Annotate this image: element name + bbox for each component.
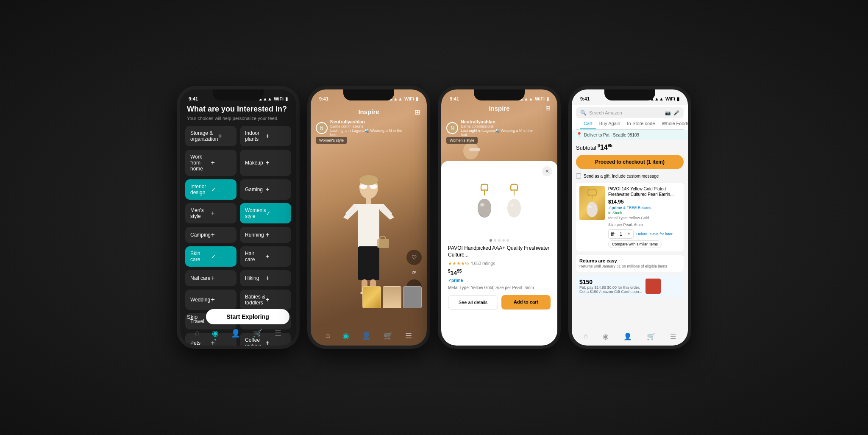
plus-icon: + (211, 231, 232, 239)
interest-camping[interactable]: Camping + (185, 227, 236, 243)
save-for-later-button[interactable]: Save for later (650, 232, 673, 236)
deliver-banner: 📍 Deliver to Pat · Seattle 98109 (572, 130, 688, 140)
start-exploring-button[interactable]: Start Exploring (206, 309, 289, 324)
nav-menu[interactable]: ☰ (275, 329, 281, 340)
nav-inspire[interactable]: ◉ (212, 329, 219, 340)
interests-subtitle: Your choices will help personalize your … (180, 116, 296, 126)
tab-in-store[interactable]: In-Store code (623, 118, 658, 129)
gift-row: Send as a gift. Include custom message (576, 173, 684, 178)
interest-label: Babies & toddlers (245, 294, 266, 306)
interest-womens-style[interactable]: Women's style ✓ (240, 203, 291, 223)
nav-inspire-2[interactable]: ◉ (342, 331, 349, 340)
nav-home-4[interactable]: ⌂ (584, 332, 588, 340)
in-stock: In Stock (608, 211, 680, 215)
plus-icon: + (266, 186, 287, 193)
phone-4-cart: 9:41 ▲▲▲ WiFi ▮ 🔍 Search Amazon 📷 🎤 (568, 86, 691, 349)
interest-label: Pets (190, 340, 211, 346)
interest-label: Indoor plants (245, 130, 266, 142)
grid-icon[interactable]: ⊞ (415, 108, 420, 116)
gift-label: Send as a gift. Include custom message (584, 174, 659, 178)
product-price: $1495 (448, 269, 551, 276)
add-to-cart-button[interactable]: Add to cart (501, 295, 551, 310)
interest-storage[interactable]: Storage & organization + (185, 126, 236, 146)
interest-hair-care[interactable]: Hair care + (240, 246, 291, 267)
phone3-user: N Neutrallyashlan Earns commissions Last… (446, 119, 537, 137)
proceed-to-checkout-button[interactable]: Proceed to checkout (1 item) (576, 155, 684, 169)
svg-rect-11 (377, 239, 389, 248)
nav-profile[interactable]: 👤 (231, 329, 240, 340)
tab-buy-again[interactable]: Buy Again (596, 118, 624, 129)
womens-style-badge[interactable]: Women's style (316, 137, 347, 144)
interest-label: Storage & organization (190, 130, 218, 142)
interest-wedding[interactable]: Wedding + (185, 290, 236, 310)
nav-profile-2[interactable]: 👤 (362, 331, 371, 340)
thumb-extra[interactable] (403, 286, 422, 308)
dot-1 (490, 239, 492, 242)
signal-icon-1: ▲▲▲ (258, 96, 272, 101)
nav-inspire-4[interactable]: ◉ (603, 332, 609, 340)
thumb-earring[interactable] (362, 286, 381, 308)
commission-3: Earns commissions (461, 124, 537, 128)
status-bar-1: 9:41 ▲▲▲ WiFi ▮ (180, 89, 296, 105)
product-images (448, 168, 551, 236)
interest-babies-toddlers[interactable]: Babies & toddlers + (240, 290, 291, 310)
compare-button[interactable]: Compare with similar items (608, 240, 662, 248)
quantity-value: 1 (618, 231, 624, 237)
tab-cart[interactable]: Cart (580, 118, 596, 129)
nav-menu-2[interactable]: ☰ (405, 331, 412, 340)
interest-makeup[interactable]: Makeup + (240, 150, 291, 176)
subtotal-row: Subtotal $1495 (576, 143, 684, 151)
like-button[interactable]: ♡ (406, 250, 422, 265)
inspire-title: Inspire (358, 108, 379, 115)
nav-cart-2[interactable]: 🛒 (384, 331, 393, 340)
nav-home[interactable]: ⌂ (195, 329, 200, 340)
interest-mens-style[interactable]: Men's style + (185, 203, 236, 223)
cart-item-actions: 🗑 1 + Delete Save for later (608, 229, 680, 239)
delete-button[interactable]: Delete (636, 232, 647, 236)
gift-checkbox[interactable] (576, 173, 581, 178)
user-avatar-3: N (446, 122, 458, 134)
nav-cart[interactable]: 🛒 (253, 329, 262, 340)
status-bar-2: 9:41 ▲▲▲ WiFi ▮ (311, 89, 427, 105)
womens-badge-3[interactable]: Women's style (446, 137, 478, 144)
plus-icon: + (218, 132, 231, 140)
interest-nail-care[interactable]: Nail care + (185, 270, 236, 286)
interest-running[interactable]: Running + (240, 227, 291, 243)
interest-skin-care[interactable]: Skin care ✓ (185, 246, 236, 267)
wifi-icon-1: WiFi (274, 96, 284, 101)
tab-whole-foods[interactable]: Whole Foods (658, 118, 688, 129)
nav-profile-4[interactable]: 👤 (623, 332, 632, 340)
inspire-thumbnails (362, 286, 422, 308)
skip-button[interactable]: Skip (187, 314, 198, 320)
interest-interior-design[interactable]: Interior design ✓ (185, 179, 236, 200)
cart-item-details: PAVOI 14K Yellow Gold Plated Freshwater … (608, 186, 680, 248)
trash-icon[interactable]: 🗑 (609, 230, 617, 238)
qty-increment[interactable]: + (625, 230, 633, 238)
nav-menu-4[interactable]: ☰ (670, 332, 676, 340)
interest-work-from-home[interactable]: Work from home + (185, 150, 236, 176)
nav-cart-4[interactable]: 🛒 (647, 332, 655, 340)
see-all-details-button[interactable]: See all details (448, 295, 498, 310)
modal-close-button[interactable]: ✕ (542, 166, 552, 176)
wifi-3: WiFi (535, 96, 545, 101)
promo-icon (645, 279, 661, 294)
time-1: 9:41 (189, 96, 198, 101)
interest-hiking[interactable]: Hiking + (240, 270, 291, 286)
battery-icon-1: ▮ (285, 96, 288, 102)
like-count: 2K (412, 270, 416, 274)
mic-icon[interactable]: 🎤 (673, 110, 679, 116)
check-icon: ✓ (211, 186, 232, 193)
camera-icon[interactable]: 📷 (665, 110, 671, 116)
thumb-person[interactable] (383, 286, 401, 308)
interest-indoor-plants[interactable]: Indoor plants + (240, 126, 291, 146)
dot-2 (494, 239, 496, 242)
nav-home-2[interactable]: ⌂ (326, 331, 330, 340)
phone1-nav: ⌂ ◉ 👤 🛒 ☰ (180, 329, 296, 340)
grid-icon-3[interactable]: ⊞ (545, 105, 551, 112)
interest-gaming[interactable]: Gaming + (240, 179, 291, 200)
search-input-row[interactable]: 🔍 Search Amazon 📷 🎤 (576, 107, 684, 118)
phone4-nav: ⌂ ◉ 👤 🛒 ☰ (572, 332, 688, 340)
interest-label: Makeup (245, 160, 266, 166)
phone1-bottom: Skip Start Exploring (180, 309, 296, 324)
svg-point-21 (510, 203, 514, 206)
